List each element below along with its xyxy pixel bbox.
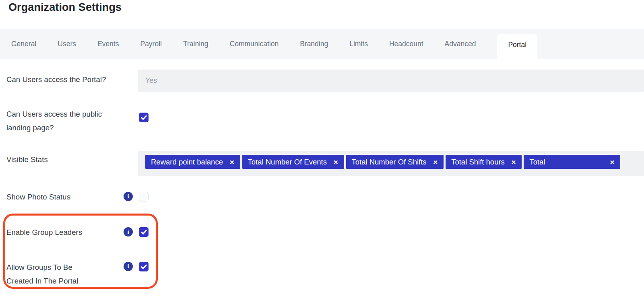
show-photo-status-label: Show Photo Status [6, 192, 70, 202]
tab-headcount[interactable]: Headcount [389, 29, 423, 59]
check-icon [141, 230, 147, 235]
tab-training[interactable]: Training [183, 29, 208, 59]
stat-tag-label: Total Number Of Shifts [352, 158, 427, 166]
info-icon[interactable]: i [124, 192, 133, 201]
landing-page-checkbox[interactable] [139, 113, 149, 122]
remove-tag-icon[interactable]: ✕ [333, 159, 339, 165]
stat-tag-label: Reward point balance [151, 158, 223, 166]
tab-advanced[interactable]: Advanced [445, 29, 476, 59]
portal-access-input[interactable]: Yes [138, 70, 644, 92]
portal-access-value: Yes [145, 76, 157, 85]
visible-stats-label: Visible Stats [6, 155, 48, 164]
allow-groups-checkbox[interactable] [139, 262, 149, 271]
stat-tag-label: Total Number Of Events [248, 158, 327, 166]
remove-tag-icon[interactable]: ✕ [610, 159, 615, 165]
enable-group-leaders-label: Enable Group Leaders [6, 228, 82, 237]
stat-tag[interactable]: Total✕ [524, 155, 620, 169]
check-icon [141, 115, 147, 120]
stat-tag-label: Total [529, 158, 545, 166]
tab-general[interactable]: General [11, 29, 36, 59]
stat-tag[interactable]: Total Shift hours✕ [446, 155, 522, 169]
stat-tag-label: Total Shift hours [451, 158, 505, 166]
tab-communication[interactable]: Communication [230, 29, 279, 59]
tab-branding[interactable]: Branding [300, 29, 328, 59]
show-photo-status-checkbox[interactable] [139, 192, 149, 201]
visible-stats-tags[interactable]: Reward point balance✕Total Number Of Eve… [138, 151, 644, 176]
tab-payroll[interactable]: Payroll [140, 29, 162, 59]
stat-tag[interactable]: Total Number Of Shifts✕ [346, 155, 444, 169]
tab-portal[interactable]: Portal [497, 34, 537, 61]
enable-group-leaders-checkbox[interactable] [139, 227, 149, 237]
tab-users[interactable]: Users [58, 29, 76, 59]
stat-tag[interactable]: Total Number Of Events✕ [242, 155, 344, 169]
info-icon[interactable]: i [124, 262, 133, 271]
check-icon [141, 264, 147, 269]
info-icon[interactable]: i [124, 227, 133, 236]
tab-events[interactable]: Events [97, 29, 119, 59]
page-title: Organization Settings [8, 1, 122, 14]
tab-bar: GeneralUsersEventsPayrollTrainingCommuni… [0, 29, 644, 59]
stat-tag[interactable]: Reward point balance✕ [145, 155, 240, 169]
remove-tag-icon[interactable]: ✕ [229, 159, 235, 165]
remove-tag-icon[interactable]: ✕ [433, 159, 438, 165]
tab-limits[interactable]: Limits [349, 29, 368, 59]
allow-groups-label: Allow Groups To Be Created In The Portal [6, 261, 135, 288]
remove-tag-icon[interactable]: ✕ [511, 159, 516, 165]
organization-settings-page: Organization Settings GeneralUsersEvents… [0, 0, 644, 298]
portal-access-label: Can Users access the Portal? [6, 75, 106, 84]
landing-page-label: Can Users access the public landing page… [6, 107, 135, 135]
